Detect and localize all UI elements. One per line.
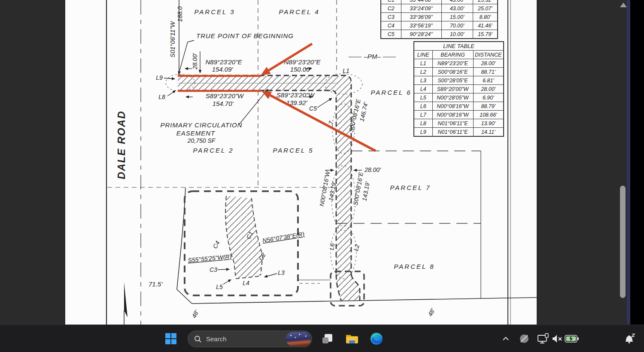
curve-id: C1 <box>381 0 401 4</box>
document-viewer: PARCEL 3 PARCEL 4 PARCEL 2 PARCEL 5 PARC… <box>0 0 644 325</box>
dist-bot1: 154.70' <box>213 100 234 107</box>
window-edge-strip <box>627 0 630 325</box>
tray-hidden-icons-button[interactable] <box>499 325 513 352</box>
ref-l9: L9 <box>156 74 163 81</box>
windows-logo-icon <box>165 333 176 344</box>
curve-radius: 43.00' <box>441 0 473 4</box>
ref-l6: L6 <box>328 243 336 250</box>
parcel-4-label: PARCEL 4 <box>279 8 319 15</box>
bearing-s-bot1: S89°23'20"W <box>206 92 244 99</box>
easement-area-label: 20,750 SF <box>187 137 216 144</box>
table-row: L1 N89°23'20"E 28.00' <box>414 59 504 68</box>
col-header-bearing: BEARING <box>432 51 473 59</box>
line-table-title: LINE TABLE <box>414 42 504 51</box>
parcel-7-label: PARCEL 7 <box>390 184 431 191</box>
dist-top1: 154.09' <box>212 66 234 73</box>
plat-drawing: PARCEL 3 PARCEL 4 PARCEL 2 PARCEL 5 PARC… <box>0 0 644 325</box>
table-row: C4 33°56'19" 70.00' 41.46' <box>381 21 498 30</box>
scrollbar-thumb[interactable] <box>620 186 626 298</box>
tray-network-button[interactable] <box>517 325 532 352</box>
table-row: C2 33°24'09" 43.00' 25.07' <box>381 4 498 13</box>
curve-delta: 33°44'08" <box>401 0 441 4</box>
strip-width-label: 28.00' <box>364 166 381 173</box>
col-header-line: LINE <box>414 51 432 59</box>
parcel-5-label: PARCEL 5 <box>273 147 313 154</box>
folder-icon <box>345 333 359 345</box>
table-row: L8 N01°06'11"E 13.90' <box>414 119 504 128</box>
table-row: L5 N00°28'05"W 6.90' <box>414 93 504 102</box>
speaker-muted-icon <box>552 334 563 343</box>
scroll-up-arrow-icon[interactable] <box>620 3 627 7</box>
curve-table: C1 33°44'08" 43.00' 25.32' C2 33°24'09" … <box>380 0 498 39</box>
easement-label-1: PRIMARY CIRCULATION <box>160 121 242 129</box>
ref-l5: L5 <box>216 283 223 290</box>
tray-display-button[interactable] <box>536 325 550 352</box>
table-row: L6 N00°08'16"W 88.79' <box>414 102 504 111</box>
edge-button[interactable] <box>368 325 385 352</box>
dim-71-5: 71.5' <box>149 280 163 288</box>
ref-l1: L1 <box>343 67 349 74</box>
table-row: L2 S00°08'16"E 88.71' <box>414 68 504 76</box>
table-row: C3 33°36'09" 15.00' 8.80' <box>381 13 498 21</box>
task-view-icon <box>321 333 333 345</box>
west-dist-label: 188.0 <box>176 6 183 22</box>
line-table: LINE TABLE LINE BEARING DISTANCE L1 N89°… <box>413 41 504 137</box>
tray-notifications-button[interactable] <box>622 325 637 352</box>
bearing-n-top1: N89°23'20"E <box>205 58 242 66</box>
road-name-label: DALE ROAD <box>115 111 127 180</box>
table-row: L3 S00°28'05"E 6.81' <box>414 76 504 85</box>
tray-battery-button[interactable] <box>564 325 580 352</box>
easement-label-2: EASEMENT <box>176 129 216 137</box>
bearing-s-bot2: S89°23'20"W <box>276 91 315 99</box>
battery-charging-icon <box>565 334 579 343</box>
table-row: C5 90°28'24" 10.00' 15.79' <box>381 30 498 39</box>
globe-offline-icon <box>519 334 529 344</box>
desktop-edge <box>630 0 644 325</box>
offset-dim-label: 28.00' <box>191 53 198 70</box>
file-explorer-button[interactable] <box>343 325 361 352</box>
taskbar: Search <box>0 325 644 352</box>
search-placeholder: Search <box>206 335 286 343</box>
ref-l3: L3 <box>278 269 285 276</box>
start-button[interactable] <box>162 325 179 352</box>
parcel-2-label: PARCEL 2 <box>193 147 234 154</box>
bell-dnd-icon <box>624 333 635 344</box>
tpob-label: TRUE POINT OF BEGINNING <box>196 32 294 39</box>
monitor-plug-icon <box>537 333 549 344</box>
search-input[interactable]: Search <box>188 331 312 347</box>
pm-label: –PM– <box>363 53 381 60</box>
table-row: L9 N01°06'11"E 14.11' <box>414 128 504 137</box>
table-row: L7 N00°08'16"W 108.66' <box>414 111 504 119</box>
edge-icon <box>370 332 383 345</box>
search-highlight-image[interactable] <box>286 332 311 346</box>
tray-volume-button[interactable] <box>551 325 564 352</box>
table-row: C1 33°44'08" 43.00' 25.32' <box>381 0 498 4</box>
task-view-button[interactable] <box>319 325 336 352</box>
ref-l8: L8 <box>158 93 165 100</box>
table-row: L4 S89°20'00"W 28.00' <box>414 85 504 93</box>
parcel-8-label: PARCEL 8 <box>394 263 434 270</box>
ref-c3: C3 <box>210 266 217 273</box>
ref-l4: L4 <box>243 280 249 286</box>
curve-length: 25.32' <box>473 0 498 4</box>
bearing-n-top2: N89°23'20"E <box>284 58 321 66</box>
west-bearing-label: S01°06'11"W <box>169 21 176 58</box>
ref-c5: C5 <box>309 105 317 112</box>
dist-top2: 150.00' <box>290 66 312 73</box>
col-header-distance: DISTANCE <box>473 51 504 59</box>
chevron-up-icon <box>502 336 509 341</box>
parcel-3-label: PARCEL 3 <box>194 8 235 15</box>
parcel-6-label: PARCEL 6 <box>371 89 411 96</box>
search-icon <box>194 335 202 343</box>
